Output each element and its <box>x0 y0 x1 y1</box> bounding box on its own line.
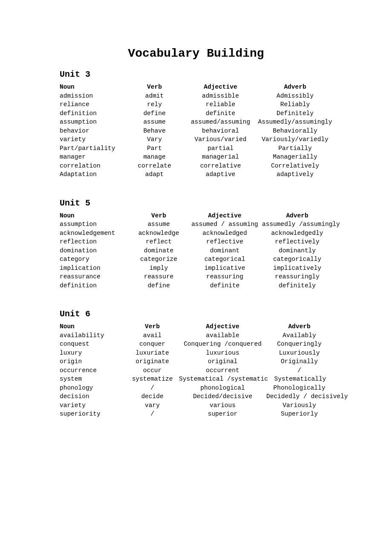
cell-verb: systematize <box>126 375 179 384</box>
cell-noun: Adaptation <box>60 170 126 179</box>
table-row: reflectionreflectreflectivereflectively <box>60 237 332 246</box>
unit-3-heading: Unit 3 <box>60 69 332 79</box>
col-header-noun: Noun <box>60 211 130 220</box>
table-row: systemsystematizeSystematical /systemati… <box>60 375 332 384</box>
cell-adverb: Behaviorally <box>258 127 332 136</box>
cell-adverb: Variously/variedly <box>258 135 332 144</box>
cell-adverb: Admissibly <box>258 92 332 101</box>
cell-noun: decision <box>60 392 126 401</box>
cell-verb: rely <box>126 100 183 109</box>
col-header-verb: Verb <box>126 322 179 331</box>
cell-verb: acknowledge <box>130 229 187 238</box>
cell-adverb: Decidedly / decisively <box>266 392 348 401</box>
table-row: availabilityavailavailableAvailably <box>60 331 332 340</box>
table-row: correlationcorrelatecorrelativeCorrelati… <box>60 162 332 171</box>
cell-noun: variety <box>60 401 126 410</box>
cell-noun: correlation <box>60 162 126 171</box>
cell-adjective: dominant <box>187 246 262 255</box>
cell-adverb: Reliably <box>258 100 332 109</box>
cell-noun: definition <box>60 109 126 118</box>
cell-verb: reassure <box>130 272 187 281</box>
cell-verb: Part <box>126 144 183 153</box>
cell-adverb: dominantly <box>262 246 332 255</box>
cell-adverb: Managerially <box>258 153 332 162</box>
cell-adverb: reflectively <box>262 237 332 246</box>
table-header: Noun Verb Adjective Adverb <box>60 83 332 92</box>
cell-adverb: acknowledgedly <box>262 229 332 238</box>
cell-verb: adapt <box>126 170 183 179</box>
col-header-verb: Verb <box>126 83 183 92</box>
cell-verb: Behave <box>126 127 183 136</box>
cell-verb: assume <box>130 220 187 229</box>
cell-adjective: Decided/decisive <box>179 392 266 401</box>
cell-verb: conquer <box>126 340 179 349</box>
cell-verb: / <box>126 410 179 419</box>
cell-adjective: various <box>179 401 266 410</box>
cell-adjective: partial <box>183 144 258 153</box>
cell-adjective: original <box>179 357 266 366</box>
cell-adverb: / <box>266 366 332 375</box>
cell-noun: luxury <box>60 349 126 358</box>
cell-verb: Vary <box>126 135 183 144</box>
cell-adjective: Systematical /systematic <box>179 375 268 384</box>
cell-adverb: categorically <box>262 255 332 264</box>
cell-noun: Part/partiality <box>60 144 126 153</box>
cell-adverb: assumedly /assumingly <box>262 220 340 229</box>
cell-verb: define <box>130 281 187 290</box>
cell-adverb: Partially <box>258 144 332 153</box>
table-row: definitiondefinedefiniteDefinitely <box>60 109 332 118</box>
table-row: occurrenceoccuroccurrent/ <box>60 366 332 375</box>
cell-noun: reliance <box>60 100 126 109</box>
col-header-noun: Noun <box>60 83 126 92</box>
table-header: Noun Verb Adjective Adverb <box>60 211 332 220</box>
col-header-adjective: Adjective <box>179 322 266 331</box>
col-header-verb: Verb <box>130 211 187 220</box>
cell-noun: reflection <box>60 237 130 246</box>
cell-noun: occurrence <box>60 366 126 375</box>
cell-noun: origin <box>60 357 126 366</box>
cell-adjective: managerial <box>183 153 258 162</box>
cell-adverb: reassuringly <box>262 272 332 281</box>
table-header: Noun Verb Adjective Adverb <box>60 322 332 331</box>
cell-noun: admission <box>60 92 126 101</box>
cell-adverb: definitely <box>262 281 332 290</box>
cell-adverb: implicatively <box>262 264 332 273</box>
cell-adjective: implicative <box>187 264 262 273</box>
col-header-adverb: Adverb <box>266 322 332 331</box>
col-header-adjective: Adjective <box>187 211 262 220</box>
cell-verb: admit <box>126 92 183 101</box>
cell-adverb: Assumedly/assumingly <box>258 118 332 127</box>
table-row: reliancerelyreliableReliably <box>60 100 332 109</box>
cell-noun: manager <box>60 153 126 162</box>
cell-adjective: assumed / assuming <box>187 220 262 229</box>
cell-adverb: Correlatively <box>258 162 332 171</box>
table-row: definitiondefinedefinitedefinitely <box>60 281 332 290</box>
col-header-noun: Noun <box>60 322 126 331</box>
cell-noun: reassurance <box>60 272 130 281</box>
table-row: varietyvaryvariousVariously <box>60 401 332 410</box>
cell-noun: definition <box>60 281 130 290</box>
cell-adjective: categorical <box>187 255 262 264</box>
cell-adjective: reliable <box>183 100 258 109</box>
cell-adjective: reassuring <box>187 272 262 281</box>
cell-noun: conquest <box>60 340 126 349</box>
cell-verb: occur <box>126 366 179 375</box>
cell-adverb: adaptively <box>258 170 332 179</box>
cell-adverb: Originally <box>266 357 332 366</box>
cell-verb: assume <box>126 118 183 127</box>
cell-noun: variety <box>60 135 126 144</box>
cell-noun: domination <box>60 246 130 255</box>
unit-5-section: Unit 5 Noun Verb Adjective Adverb assump… <box>60 198 332 290</box>
cell-adjective: admissible <box>183 92 258 101</box>
table-row: superiority/superiorSuperiorly <box>60 410 332 419</box>
cell-verb: vary <box>126 401 179 410</box>
cell-noun: implication <box>60 264 130 273</box>
table-row: luxuryluxuriateluxuriousLuxuriously <box>60 349 332 358</box>
cell-adjective: phonological <box>179 384 266 393</box>
cell-adjective: available <box>179 331 266 340</box>
cell-adverb: Superiorly <box>266 410 332 419</box>
cell-verb: avail <box>126 331 179 340</box>
cell-adverb: Variously <box>266 401 332 410</box>
table-row: phonology/phonologicalPhonologically <box>60 384 332 393</box>
table-row: implicationimplyimplicativeimplicatively <box>60 264 332 273</box>
